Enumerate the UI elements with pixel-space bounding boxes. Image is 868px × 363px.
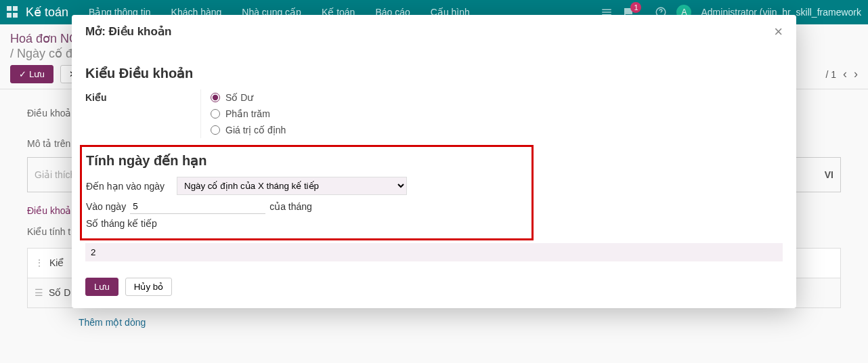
modal-save-button[interactable]: Lưu xyxy=(85,278,118,296)
modal-save-label: Lưu xyxy=(94,282,110,292)
radio-balance-label: Số Dư xyxy=(225,92,253,103)
months-label: Số tháng kế tiếp xyxy=(86,218,157,229)
modal-cancel-label: Hủy bỏ xyxy=(134,282,163,292)
onday-suffix: của tháng xyxy=(269,201,312,212)
close-icon[interactable]: × xyxy=(774,24,783,39)
due-label: Đến hạn vào ngày xyxy=(86,181,173,192)
radio-percent[interactable]: Phần trăm xyxy=(211,106,783,122)
due-select[interactable]: Ngày cố định của X tháng kế tiếp xyxy=(177,177,407,195)
months-input[interactable] xyxy=(85,243,783,261)
section-due-heading: Tính ngày đến hạn xyxy=(86,152,527,169)
type-label: Kiểu xyxy=(85,89,200,103)
radio-balance-input[interactable] xyxy=(211,93,220,102)
modal-dialog: Mở: Điều khoản × Kiểu Điều khoản Kiểu Số… xyxy=(72,15,796,308)
section-type-heading: Kiểu Điều khoản xyxy=(85,65,783,81)
radio-percent-label: Phần trăm xyxy=(225,108,270,119)
radio-fixed[interactable]: Giá trị cố định xyxy=(211,122,783,138)
onday-prefix: Vào ngày xyxy=(86,201,126,212)
radio-fixed-label: Giá trị cố định xyxy=(225,125,286,135)
radio-balance[interactable]: Số Dư xyxy=(211,89,783,106)
radio-percent-input[interactable] xyxy=(211,109,220,119)
modal-title: Mở: Điều khoản xyxy=(85,24,171,39)
onday-input[interactable] xyxy=(130,199,265,214)
radio-fixed-input[interactable] xyxy=(211,125,220,135)
due-date-highlight-box: Tính ngày đến hạn Đến hạn vào ngày Ngày … xyxy=(80,145,534,240)
modal-cancel-button[interactable]: Hủy bỏ xyxy=(125,278,172,296)
